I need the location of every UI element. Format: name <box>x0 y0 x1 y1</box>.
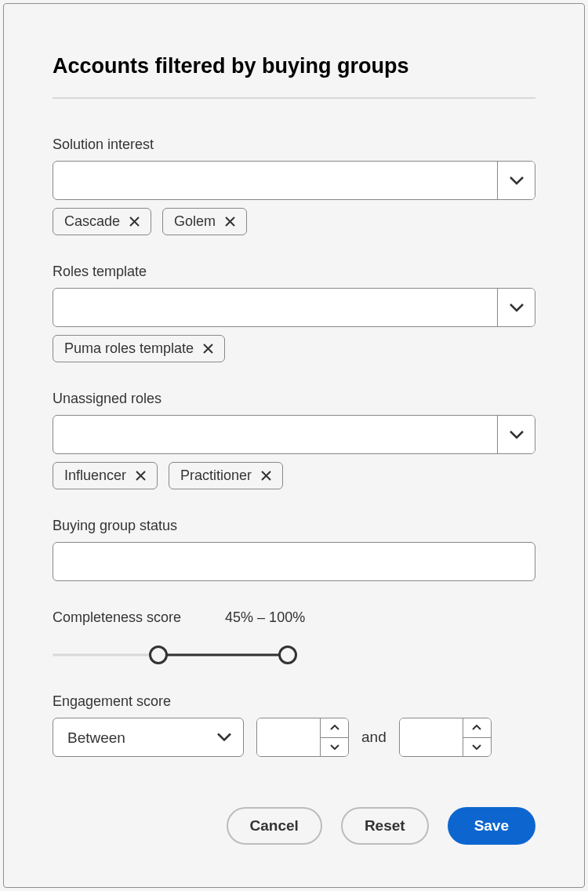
unassigned-roles-combobox[interactable] <box>53 415 535 454</box>
chevron-up-icon <box>330 725 339 730</box>
chevron-down-icon <box>472 744 481 750</box>
solution-interest-field: Solution interest Cascade Golem <box>53 136 535 235</box>
tag-label: Cascade <box>64 213 120 230</box>
close-icon[interactable] <box>225 216 235 227</box>
slider-track-active <box>158 654 288 656</box>
tag-puma-roles-template: Puma roles template <box>53 335 225 362</box>
close-icon[interactable] <box>203 344 213 354</box>
completeness-score-label: Completeness score <box>53 609 181 626</box>
solution-interest-combobox[interactable] <box>53 161 535 200</box>
footer: Cancel Reset Save <box>227 807 535 845</box>
roles-template-combobox[interactable] <box>53 288 535 327</box>
engagement-score-label: Engagement score <box>53 693 535 710</box>
tag-golem: Golem <box>162 208 247 235</box>
tag-label: Practitioner <box>180 467 252 484</box>
stepper-up-button[interactable] <box>321 718 348 738</box>
roles-template-label: Roles template <box>53 264 535 280</box>
stepper-down-button[interactable] <box>463 738 491 757</box>
engagement-operator-select[interactable]: Between <box>53 718 244 757</box>
stepper-down-button[interactable] <box>321 738 348 757</box>
solution-interest-dropdown-button[interactable] <box>497 162 535 199</box>
tag-practitioner: Practitioner <box>169 462 283 489</box>
engagement-high-input[interactable] <box>400 718 463 756</box>
unassigned-roles-field: Unassigned roles Influencer Practitioner <box>53 391 535 489</box>
tag-label: Puma roles template <box>64 340 194 357</box>
unassigned-roles-tags: Influencer Practitioner <box>53 462 535 489</box>
filter-panel: Accounts filtered by buying groups Solut… <box>3 3 585 888</box>
buying-group-status-field: Buying group status <box>53 518 535 581</box>
engagement-operator-select-wrap: Between <box>53 718 244 757</box>
engagement-score-field: Engagement score Between <box>53 693 535 757</box>
roles-template-dropdown-button[interactable] <box>497 289 535 326</box>
completeness-score-value: 45% – 100% <box>225 609 305 626</box>
chevron-down-icon <box>510 304 524 312</box>
completeness-score-slider[interactable] <box>53 645 288 665</box>
save-button[interactable]: Save <box>448 807 535 845</box>
divider <box>53 97 535 99</box>
buying-group-status-input[interactable] <box>53 542 535 581</box>
buying-group-status-label: Buying group status <box>53 518 535 534</box>
close-icon[interactable] <box>129 216 140 227</box>
reset-button[interactable]: Reset <box>341 807 429 845</box>
chevron-up-icon <box>472 725 481 730</box>
roles-template-field: Roles template Puma roles template <box>53 264 535 362</box>
solution-interest-input[interactable] <box>53 162 497 199</box>
tag-influencer: Influencer <box>53 462 158 489</box>
chevron-down-icon <box>330 744 339 750</box>
close-icon[interactable] <box>136 471 146 481</box>
tag-cascade: Cascade <box>53 208 151 235</box>
unassigned-roles-dropdown-button[interactable] <box>497 416 535 453</box>
roles-template-tags: Puma roles template <box>53 335 535 362</box>
engagement-high-field <box>399 718 492 757</box>
chevron-down-icon <box>510 431 524 439</box>
slider-handle-low[interactable] <box>149 646 168 664</box>
unassigned-roles-input[interactable] <box>53 416 497 453</box>
cancel-button[interactable]: Cancel <box>227 807 322 845</box>
stepper-up-button[interactable] <box>463 718 491 738</box>
and-label: and <box>361 729 387 746</box>
solution-interest-label: Solution interest <box>53 136 535 153</box>
roles-template-input[interactable] <box>53 289 497 326</box>
engagement-low-input[interactable] <box>257 718 320 756</box>
solution-interest-tags: Cascade Golem <box>53 208 535 235</box>
tag-label: Influencer <box>64 467 126 484</box>
engagement-high-stepper <box>463 718 491 756</box>
completeness-score-field: Completeness score 45% – 100% <box>53 609 535 665</box>
unassigned-roles-label: Unassigned roles <box>53 391 535 407</box>
close-icon[interactable] <box>261 471 271 481</box>
slider-handle-high[interactable] <box>278 646 297 664</box>
engagement-low-field <box>256 718 349 757</box>
panel-title: Accounts filtered by buying groups <box>53 54 535 78</box>
tag-label: Golem <box>174 213 216 230</box>
chevron-down-icon <box>510 176 524 185</box>
engagement-low-stepper <box>320 718 348 756</box>
